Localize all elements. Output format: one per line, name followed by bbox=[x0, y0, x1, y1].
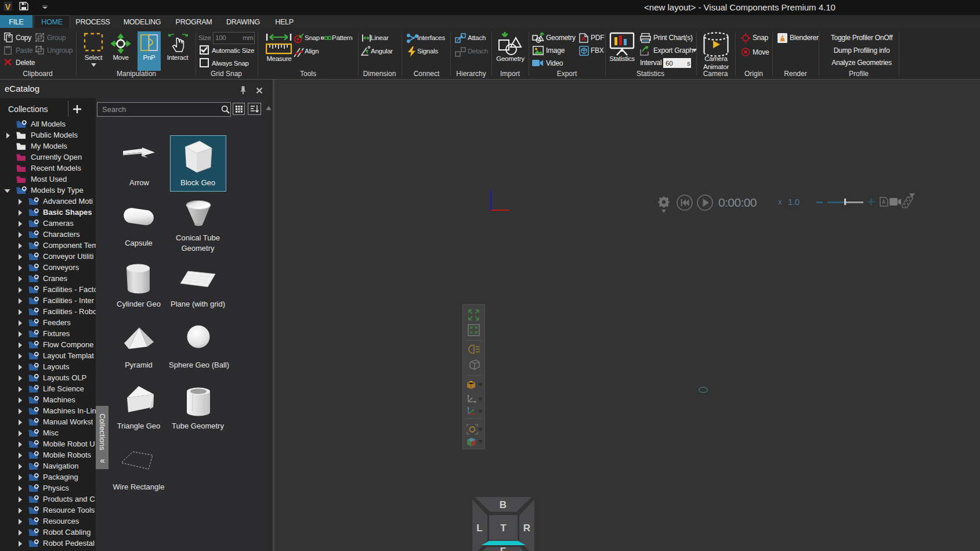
svg-text:R: R bbox=[523, 523, 530, 534]
svg-text:T: T bbox=[500, 523, 507, 534]
svg-text:F: F bbox=[500, 546, 506, 551]
svg-text:L: L bbox=[476, 523, 482, 534]
svg-text:B: B bbox=[500, 499, 507, 510]
